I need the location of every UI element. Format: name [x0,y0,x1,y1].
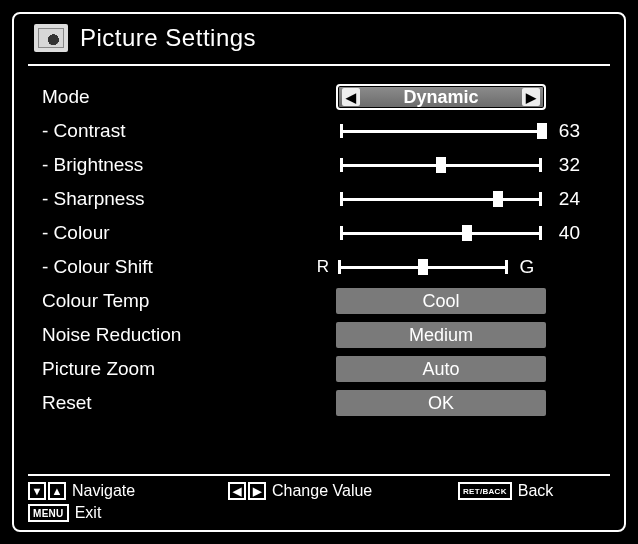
mode-selector[interactable]: ◀ Dynamic ▶ [336,84,546,110]
arrow-down-icon: ▼ [28,482,46,500]
page-title: Picture Settings [80,24,256,52]
chevron-right-icon[interactable]: ▶ [522,88,540,106]
window-frame: Picture Settings Mode ◀ Dynamic ▶ - Cont… [12,12,626,532]
contrast-slider[interactable] [336,130,546,133]
settings-list: Mode ◀ Dynamic ▶ - Contrast 63 - Brightn… [28,66,610,420]
mode-label: Mode [36,86,316,108]
row-noise-reduction[interactable]: Noise Reduction Medium [36,318,610,352]
hint-change-value: ◀ ▶ Change Value [228,482,448,500]
picture-settings-icon [34,24,68,52]
sharpness-value: 24 [546,188,580,210]
slider-handle[interactable] [493,191,503,207]
title-bar: Picture Settings [28,14,610,66]
slider-handle[interactable] [462,225,472,241]
contrast-label: - Contrast [36,120,316,142]
colour-slider[interactable] [336,232,546,235]
contrast-value: 63 [546,120,580,142]
row-mode[interactable]: Mode ◀ Dynamic ▶ [36,80,610,114]
hint-back: RET/BACK Back [458,482,553,500]
reset-button[interactable]: OK [336,390,546,416]
colour-value: 40 [546,222,580,244]
row-contrast[interactable]: - Contrast 63 [36,114,610,148]
row-colour-shift[interactable]: - Colour Shift R G [36,250,610,284]
row-reset[interactable]: Reset OK [36,386,610,420]
picture-zoom-value[interactable]: Auto [336,356,546,382]
shift-right-label: G [512,256,542,278]
colour-temp-value[interactable]: Cool [336,288,546,314]
mode-value: Dynamic [360,87,522,108]
noise-reduction-value[interactable]: Medium [336,322,546,348]
brightness-label: - Brightness [36,154,316,176]
row-picture-zoom[interactable]: Picture Zoom Auto [36,352,610,386]
row-sharpness[interactable]: - Sharpness 24 [36,182,610,216]
ret-back-key-icon: RET/BACK [458,482,512,500]
sharpness-label: - Sharpness [36,188,316,210]
colour-shift-slider[interactable] [334,266,512,269]
reset-label: Reset [36,392,316,414]
row-brightness[interactable]: - Brightness 32 [36,148,610,182]
row-colour[interactable]: - Colour 40 [36,216,610,250]
chevron-left-icon[interactable]: ◀ [342,88,360,106]
row-colour-temp[interactable]: Colour Temp Cool [36,284,610,318]
noise-reduction-label: Noise Reduction [36,324,316,346]
arrow-left-icon: ◀ [228,482,246,500]
sharpness-slider[interactable] [336,198,546,201]
hint-exit: MENU Exit [28,504,101,522]
colour-temp-label: Colour Temp [36,290,316,312]
slider-handle[interactable] [418,259,428,275]
brightness-slider[interactable] [336,164,546,167]
colour-label: - Colour [36,222,316,244]
brightness-value: 32 [546,154,580,176]
footer-hints: ▼ ▲ Navigate ◀ ▶ Change Value RET/BACK B… [28,474,610,522]
hint-navigate: ▼ ▲ Navigate [28,482,218,500]
colour-shift-label: - Colour Shift [36,256,316,278]
slider-handle[interactable] [436,157,446,173]
arrow-right-icon: ▶ [248,482,266,500]
picture-zoom-label: Picture Zoom [36,358,316,380]
menu-key-icon: MENU [28,504,69,522]
arrow-up-icon: ▲ [48,482,66,500]
shift-left-label: R [316,257,330,277]
